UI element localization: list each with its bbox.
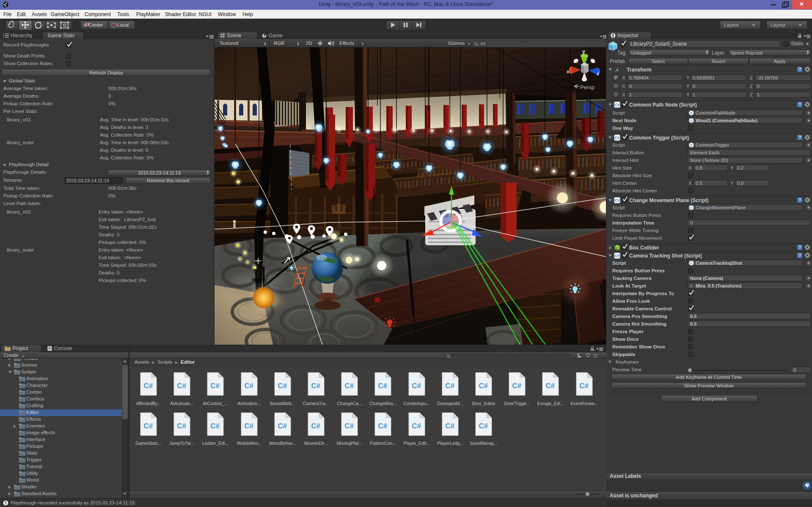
- svg-text:C: C: [690, 119, 692, 123]
- svg-text:C: C: [690, 261, 692, 265]
- svg-text:C: C: [690, 111, 692, 115]
- svg-text:C: C: [690, 206, 692, 210]
- svg-text:?: ?: [798, 67, 801, 72]
- svg-text:?: ?: [798, 253, 801, 258]
- svg-text:C#: C#: [614, 253, 620, 258]
- svg-text:?: ?: [798, 245, 801, 250]
- svg-text:C: C: [690, 143, 692, 147]
- svg-text:C#: C#: [614, 198, 620, 203]
- svg-text:C#: C#: [614, 135, 620, 140]
- svg-text:?: ?: [798, 198, 801, 203]
- svg-text:?: ?: [798, 102, 801, 107]
- svg-text:?: ?: [798, 135, 801, 140]
- svg-text:C#: C#: [614, 102, 620, 107]
